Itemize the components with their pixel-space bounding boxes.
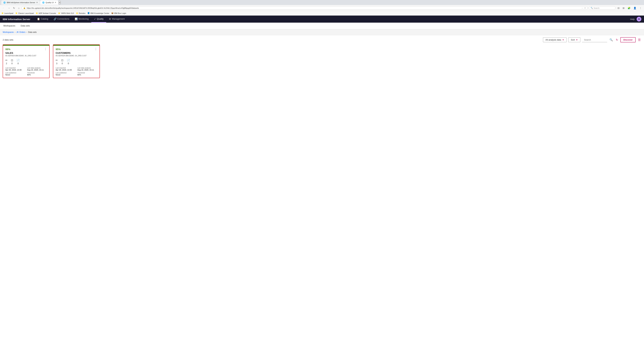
meta-last-data-analysis: Last data analysis Aug 19, 2020, 15:11 (78, 67, 97, 71)
bookmark-classic-launchpad[interactable]: ⭐ Classic Launchpad (15, 12, 34, 14)
user-avatar[interactable]: AI (637, 17, 641, 22)
card-menu-button[interactable]: ⋮ (44, 48, 47, 51)
discover-button[interactable]: Discover (620, 37, 636, 42)
docs-count: 0 (68, 62, 69, 65)
dataset-count: 2 data sets (3, 39, 541, 41)
app-logo: IBM Information Server (3, 18, 30, 21)
bookmark-hdp-ambari[interactable]: ⭐ HDP Ambari Console (36, 12, 56, 14)
sort-label: Sort (571, 39, 575, 41)
connections-icon: 🔗 (54, 18, 56, 20)
tab-icon: 🌐 (3, 2, 6, 4)
back-button[interactable]: ← (1, 6, 6, 10)
nav-management[interactable]: ⚙ Management (106, 16, 127, 23)
last-published-label: Last published (5, 72, 25, 74)
tab-icon: 🌐 (42, 2, 44, 4)
card-subtitle: IIS-SERVER.IBM.DEMO: JK_ORD.CUST (5, 55, 47, 57)
card-menu-button[interactable]: ⋮ (94, 48, 97, 51)
sub-nav: Workspaces Data sets (0, 23, 644, 29)
last-imported-label: Last imported (5, 67, 25, 69)
dataset-card-customers[interactable]: 95% ⋮ CUSTOMERS IIS-SERVER.IBM.DEMO: JK_… (53, 45, 100, 78)
breadcrumb-sep-1: › (15, 31, 16, 33)
nav-monitoring[interactable]: 📊 Monitoring (72, 16, 91, 23)
management-icon: ⚙ (109, 18, 111, 20)
breadcrumb-workspaces[interactable]: Workspaces (3, 31, 14, 33)
bookmark-launchpad[interactable]: ⭐ Launchpad (1, 12, 13, 14)
breadcrumb-jk-orders[interactable]: JK Orders (16, 31, 26, 33)
new-tab-button[interactable]: + (59, 1, 61, 4)
rules-icon: ✏ (56, 59, 58, 62)
meta-last-published: Last published Never (5, 72, 25, 76)
meta-last-published: Last published Never (56, 72, 76, 76)
tab-close-icon[interactable]: ✕ (36, 1, 38, 4)
cards-container: 99% ⋮ SALES IIS-SERVER.IBM.DEMO: JK_ORD.… (0, 45, 644, 81)
menu-icon[interactable]: ⋮ (638, 6, 643, 10)
browser-nav: ← → ↻ ⌂ 🔒 https://iis-ugstack.ibm.demo/i… (0, 5, 644, 11)
tab-quality-ui[interactable]: 🌐 Quality UI ✕ (40, 0, 58, 5)
meta-threshold: Threshold 80% (78, 72, 97, 76)
last-data-analysis-value: Aug 19, 2020, 15:11 (27, 69, 47, 71)
card-body: 95% ⋮ CUSTOMERS IIS-SERVER.IBM.DEMO: JK_… (53, 46, 100, 78)
bookmark-star[interactable]: ☆ (584, 7, 586, 9)
last-published-label: Last published (56, 72, 76, 74)
card-title: CUSTOMERS (56, 52, 97, 54)
card-stats: ✏ 3 ⊡ 0 📄 0 (56, 59, 97, 65)
tab-ibm-infosphere[interactable]: 🌐 IBM InfoSphere Information Server ✕ (1, 0, 40, 5)
lock-icon: 🔒 (23, 7, 26, 9)
card-title: SALES (5, 52, 47, 54)
subnav-workspaces[interactable]: Workspaces (3, 23, 16, 29)
list-view-button[interactable]: ☰ (637, 37, 641, 42)
threshold-label: Threshold (78, 72, 97, 74)
address-bar[interactable]: 🔒 https://iis-ugstack.ibm.demo/ibm/iis/q… (22, 6, 588, 10)
search-icon-button[interactable]: 🔍 (609, 38, 614, 42)
filter-label: All analysis data (546, 39, 561, 41)
monitoring-icon: 📊 (75, 18, 78, 20)
bookmark-knowledge-center[interactable]: 📘 IBM Knowledge Center (88, 12, 109, 14)
breadcrumb-data-sets: Data sets (28, 31, 37, 33)
rules-count: 2 (6, 62, 7, 65)
tab-close-icon[interactable]: ✕ (54, 1, 56, 4)
bookmarks-icon[interactable]: ⊟ (616, 6, 620, 10)
tab-groups-icon[interactable]: ⊞ (622, 6, 626, 10)
sort-dropdown[interactable]: Sort ▼ (568, 37, 580, 42)
browser-tabs: 🌐 IBM InfoSphere Information Server ✕ 🌐 … (0, 0, 644, 5)
tables-icon: ⊡ (11, 59, 13, 62)
search-placeholder: Search (594, 7, 600, 9)
browser-search-bar[interactable]: 🔍 Search (589, 6, 616, 10)
last-published-value: Never (56, 74, 76, 76)
card-stat-tables: ⊡ 0 (11, 59, 13, 65)
card-stat-docs: 📄 0 (67, 59, 70, 65)
dataset-card-sales[interactable]: 99% ⋮ SALES IIS-SERVER.IBM.DEMO: JK_ORD.… (3, 45, 50, 78)
last-data-analysis-label: Last data analysis (27, 67, 47, 69)
last-imported-value: Apr 29, 2019, 13:30 (56, 69, 76, 71)
bookmark-icon: ⭐ (15, 12, 18, 14)
nav-catalog[interactable]: 📋 Catalog (34, 16, 51, 23)
tables-icon: ⊡ (61, 59, 63, 62)
filter-dropdown[interactable]: All analysis data ▼ (543, 37, 567, 42)
search-icon: 🔍 (590, 7, 593, 9)
nav-quality[interactable]: ✓ Quality (91, 16, 106, 23)
forward-button[interactable]: → (7, 6, 11, 10)
bookmark-icon: ⭐ (1, 12, 4, 14)
url-text: https://iis-ugstack.ibm.demo/ibm/iis/qua… (27, 7, 580, 9)
bookmark-yarn[interactable]: ⭐ YARN Web GUI (58, 12, 74, 14)
meta-last-data-analysis: Last data analysis Aug 19, 2020, 15:11 (27, 67, 47, 71)
app-header: IBM Information Server 📋 Catalog 🔗 Conne… (0, 16, 644, 23)
help-link[interactable]: Help (630, 18, 634, 21)
refresh-button[interactable]: ↻ (12, 6, 16, 10)
card-stats: ✏ 2 ⊡ 0 📄 0 (5, 59, 47, 65)
home-button[interactable]: ⌂ (17, 6, 20, 10)
bookmark-box-login[interactable]: 📦 IBM Box Login (111, 12, 126, 14)
bookmark-icon: ⭐ (58, 12, 60, 14)
card-meta: Last imported Apr 29, 2019, 13:30 Last d… (56, 67, 97, 76)
filter-dropdown-arrow: ▼ (562, 39, 564, 41)
bookmark-reindex[interactable]: ⭐ Reindex (76, 12, 86, 14)
subnav-datasets[interactable]: Data sets (20, 23, 30, 29)
search-input[interactable] (582, 38, 607, 42)
profile-icon[interactable]: 👤 (632, 6, 637, 10)
last-published-value: Never (5, 74, 25, 76)
refresh-icon-button[interactable]: ↻ (615, 38, 619, 42)
nav-connections[interactable]: 🔗 Connections (51, 16, 72, 23)
extensions-icon[interactable]: 🧩 (626, 6, 632, 10)
card-meta: Last imported Apr 29, 2019, 13:30 Last d… (5, 67, 47, 76)
card-subtitle: IIS-SERVER.IBM.DEMO: JK_ORD.CUST (56, 55, 97, 57)
